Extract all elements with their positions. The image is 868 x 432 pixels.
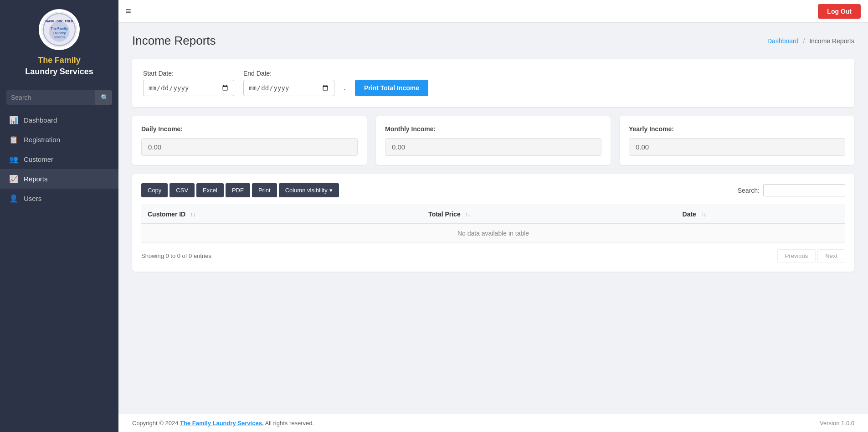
sidebar-logo: WASH · DRY · FOLD The Family Laundry Ser… xyxy=(0,0,118,85)
start-date-label: Start Date: xyxy=(143,70,234,77)
sidebar: WASH · DRY · FOLD The Family Laundry Ser… xyxy=(0,0,118,432)
sidebar-nav: 📊 Dashboard 📋 Registration 👥 Customer 📈 … xyxy=(0,110,118,432)
topbar: ≡ Log Out xyxy=(118,0,868,23)
dropdown-arrow-icon: ▾ xyxy=(329,187,333,194)
dot-separator: . xyxy=(344,83,346,93)
previous-button[interactable]: Previous xyxy=(777,249,816,262)
breadcrumb: Dashboard / Income Reports xyxy=(767,37,854,45)
sidebar-item-label: Users xyxy=(24,195,41,202)
logout-button[interactable]: Log Out xyxy=(818,4,861,19)
income-boxes: Daily Income: 0.00 Monthly Income: 0.00 … xyxy=(132,116,854,165)
table-body: No data available in table xyxy=(141,224,845,243)
sidebar-item-users[interactable]: 👤 Users xyxy=(0,189,118,208)
end-date-input[interactable] xyxy=(243,80,334,96)
start-date-input[interactable] xyxy=(143,80,234,96)
end-date-label: End Date: xyxy=(243,70,334,77)
brand-services: Services xyxy=(60,67,93,76)
table-empty-row: No data available in table xyxy=(141,224,845,243)
table-header: Customer ID ↑↓ Total Price ↑↓ Date ↑↓ xyxy=(141,205,845,224)
pagination-buttons: Previous Next xyxy=(777,249,845,262)
page-title: Income Reports xyxy=(132,34,216,48)
table-button-group: Copy CSV Excel PDF Print Column visibili… xyxy=(141,183,339,197)
pdf-button[interactable]: PDF xyxy=(226,183,250,197)
footer-brand-link[interactable]: The Family Laundry Services. xyxy=(180,420,264,427)
print-total-income-button[interactable]: Print Total Income xyxy=(355,80,428,96)
reports-icon: 📈 xyxy=(9,175,18,183)
yearly-income-value: 0.00 xyxy=(629,138,845,156)
sidebar-item-label: Reports xyxy=(24,175,48,183)
sort-icon-customer-id: ↑↓ xyxy=(190,211,195,218)
breadcrumb-separator: / xyxy=(803,37,805,45)
total-price-label: Total Price xyxy=(428,211,461,218)
sidebar-item-registration[interactable]: 📋 Registration xyxy=(0,130,118,149)
users-icon: 👤 xyxy=(9,194,18,203)
table-search-wrap: Search: xyxy=(738,184,845,196)
sidebar-item-dashboard[interactable]: 📊 Dashboard xyxy=(0,110,118,130)
footer-copyright: Copyright © 2024 The Family Laundry Serv… xyxy=(132,420,314,427)
sort-icon-total-price: ↑↓ xyxy=(465,211,471,218)
sidebar-search-container: 🔍 xyxy=(6,90,112,105)
column-customer-id[interactable]: Customer ID ↑↓ xyxy=(141,205,422,224)
search-button[interactable]: 🔍 xyxy=(95,90,112,105)
next-button[interactable]: Next xyxy=(817,249,845,262)
footer-copyright-text: Copyright © 2024 xyxy=(132,420,180,427)
registration-icon: 📋 xyxy=(9,135,18,144)
daily-income-value: 0.00 xyxy=(141,138,358,156)
monthly-income-box: Monthly Income: 0.00 xyxy=(376,116,611,165)
sidebar-item-label: Dashboard xyxy=(24,116,57,124)
filter-card: Start Date: End Date: . Print Total Inco… xyxy=(132,59,854,107)
svg-text:Services: Services xyxy=(54,36,65,39)
breadcrumb-dashboard-link[interactable]: Dashboard xyxy=(767,37,799,45)
print-button[interactable]: Print xyxy=(252,183,277,197)
column-total-price[interactable]: Total Price ↑↓ xyxy=(422,205,676,224)
logo-circle: WASH · DRY · FOLD The Family Laundry Ser… xyxy=(39,9,80,50)
csv-button[interactable]: CSV xyxy=(169,183,195,197)
page-header: Income Reports Dashboard / Income Report… xyxy=(132,34,854,48)
date-label: Date xyxy=(683,211,696,218)
daily-income-box: Daily Income: 0.00 xyxy=(132,116,367,165)
column-visibility-button[interactable]: Column visibility ▾ xyxy=(279,183,339,197)
content-area: Income Reports Dashboard / Income Report… xyxy=(118,23,868,414)
column-date[interactable]: Date ↑↓ xyxy=(676,205,845,224)
sidebar-item-reports[interactable]: 📈 Reports xyxy=(0,169,118,189)
empty-message: No data available in table xyxy=(141,224,845,243)
yearly-income-label: Yearly Income: xyxy=(629,125,845,133)
yearly-income-box: Yearly Income: 0.00 xyxy=(620,116,854,165)
filter-row: Start Date: End Date: . Print Total Inco… xyxy=(143,70,843,96)
breadcrumb-current: Income Reports xyxy=(809,37,854,45)
main-content: ≡ Log Out Income Reports Dashboard / Inc… xyxy=(118,0,868,432)
end-date-field: End Date: xyxy=(243,70,334,96)
table-search-label: Search: xyxy=(738,187,760,194)
daily-income-label: Daily Income: xyxy=(141,125,358,133)
start-date-field: Start Date: xyxy=(143,70,234,96)
brand-family: Family xyxy=(55,56,81,65)
customer-icon: 👥 xyxy=(9,155,18,164)
svg-text:Laundry: Laundry xyxy=(53,31,66,35)
sidebar-item-customer[interactable]: 👥 Customer xyxy=(0,149,118,169)
customer-id-label: Customer ID xyxy=(148,211,185,218)
brand-laundry: Laundry xyxy=(25,67,57,76)
excel-button[interactable]: Excel xyxy=(196,183,224,197)
menu-icon[interactable]: ≡ xyxy=(126,6,131,16)
svg-text:The Family: The Family xyxy=(51,26,68,31)
column-visibility-label: Column visibility xyxy=(285,187,328,194)
sidebar-item-label: Customer xyxy=(24,155,53,163)
sidebar-brand: The Family Laundry Services xyxy=(25,55,93,77)
monthly-income-value: 0.00 xyxy=(385,138,601,156)
data-table: Customer ID ↑↓ Total Price ↑↓ Date ↑↓ xyxy=(141,205,845,243)
footer: Copyright © 2024 The Family Laundry Serv… xyxy=(118,414,868,432)
table-footer: Showing 0 to 0 of 0 entries Previous Nex… xyxy=(141,249,845,262)
copy-button[interactable]: Copy xyxy=(141,183,168,197)
search-input[interactable] xyxy=(6,90,95,105)
table-toolbar: Copy CSV Excel PDF Print Column visibili… xyxy=(141,183,845,197)
showing-entries-text: Showing 0 to 0 of 0 entries xyxy=(141,252,211,259)
footer-version: Version 1.0.0 xyxy=(820,420,854,427)
brand-the: The xyxy=(38,56,52,65)
sidebar-item-label: Registration xyxy=(24,136,60,144)
footer-rights-text: All rights reserved. xyxy=(265,420,314,427)
monthly-income-label: Monthly Income: xyxy=(385,125,601,133)
table-search-input[interactable] xyxy=(763,184,845,196)
sort-icon-date: ↑↓ xyxy=(701,211,706,218)
table-card: Copy CSV Excel PDF Print Column visibili… xyxy=(132,174,854,272)
dashboard-icon: 📊 xyxy=(9,116,18,124)
